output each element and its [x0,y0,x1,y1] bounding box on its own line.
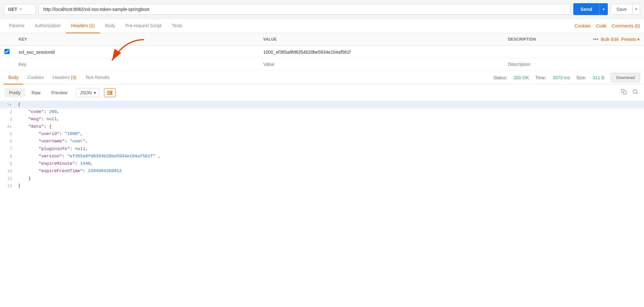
line-content-10: "expireFreshTime": 1584504280912 [15,168,644,175]
view-raw-button[interactable]: Raw [27,88,45,97]
format-selector[interactable]: JSON ▾ [76,88,99,97]
view-preview-button[interactable]: Preview [47,88,72,97]
copy-icon [621,89,627,95]
line-num-6: 6 [0,138,15,145]
line-content-6: "username": "user", [15,138,644,145]
response-tabs-row: Body Cookies Headers (3) Test Results St… [0,71,644,84]
header-checkbox-cell[interactable] [0,46,14,59]
save-button[interactable]: Save [611,4,632,14]
tab-prerequest[interactable]: Pre-request Script [120,19,167,33]
presets-button[interactable]: Presets ▾ [621,37,640,42]
resp-tab-body[interactable]: Body [4,71,23,84]
code-line-12: 12 } [0,182,644,190]
code-line-7: 7 "plugininfo": null, [0,146,644,153]
line-num-8: 8 [0,153,15,160]
search-icon [632,89,638,95]
col-key-header: KEY [14,33,259,46]
headers-count: (1) [89,23,95,28]
line-content-11: } [15,175,644,182]
empty-actions-cell [580,59,644,70]
time-value: 3373 ms [553,75,570,80]
empty-key-input[interactable] [19,62,254,67]
tab-params[interactable]: Params [4,19,29,33]
cookies-link[interactable]: Cookies [575,23,591,28]
resp-tab-headers[interactable]: Headers (3) [48,71,81,84]
resp-headers-count: (3) [71,75,76,80]
comments-link[interactable]: Comments (0) [612,23,640,28]
format-chevron-icon: ▾ [94,90,96,95]
line-num-2: 2 [0,108,15,116]
line-num-11: 11 [0,175,15,182]
code-line-3: 3 "msg": null, [0,116,644,123]
time-label: Time: [535,75,546,80]
empty-checkbox-cell [0,59,14,70]
wrap-icon-button[interactable] [104,88,116,97]
download-button[interactable]: Download [611,73,640,82]
line-num-12: 12 [0,182,15,190]
headers-table-header-row: KEY VALUE DESCRIPTION ••• Bulk Edit Pres… [0,33,644,46]
line-content-2: "code": 200, [15,108,644,116]
header-value-cell: 1000_ef365a8fd6354b20be5934e104af561f [259,46,504,59]
svg-rect-4 [623,91,626,94]
header-row-empty [0,59,644,70]
request-tabs-right: Cookies Code Comments (0) [575,23,640,28]
line-num-9: 9 [0,160,15,168]
tab-headers[interactable]: Headers (1) [66,19,100,33]
more-options-button[interactable]: ••• [593,36,598,42]
header-checkbox[interactable] [4,49,10,54]
code-line-4: 4▾ "data": { [0,123,644,130]
method-chevron-icon: ▾ [20,7,22,12]
line-content-4: "data": { [15,123,644,130]
code-line-8: 8 "version": "ef365a8fd6354b20be5934e104… [0,153,644,160]
tab-tests[interactable]: Tests [167,19,188,33]
method-selector[interactable]: GET ▾ [4,4,36,15]
col-actions-header: ••• Bulk Edit Presets ▾ [580,33,644,46]
empty-value-cell[interactable] [259,59,504,70]
send-button-group: Send ▾ [573,3,608,15]
url-input[interactable] [38,4,571,15]
fold-arrow-4[interactable]: ▾ [9,125,12,129]
code-line-10: 10 "expireFreshTime": 1584504280912 [0,168,644,175]
copy-button[interactable] [620,88,628,98]
bulk-edit-button[interactable]: Bulk Edit [601,37,618,42]
response-body-right-icons [620,88,640,98]
size-label: Size: [576,75,586,80]
line-content-12: } [15,182,644,190]
header-row-filled: xxl_sso_sessionid 1000_ef365a8fd6354b20b… [0,46,644,59]
search-button[interactable] [631,88,640,98]
fold-arrow-1[interactable]: ▾ [9,103,12,107]
send-button[interactable]: Send [573,3,599,15]
method-label: GET [8,7,17,12]
wrap-svg-icon [107,91,113,95]
svg-point-5 [633,90,637,93]
empty-desc-input[interactable] [508,62,576,67]
code-line-11: 11 } [0,175,644,182]
empty-value-input[interactable] [263,62,499,67]
view-pretty-button[interactable]: Pretty [4,88,25,97]
code-line-6: 6 "username": "user", [0,138,644,145]
code-line-1: 1▾ { [0,101,644,108]
tab-authorization[interactable]: Authorization [29,19,66,33]
line-content-8: "version": "ef365a8fd6354b20be5934e104af… [15,153,644,160]
line-num-10: 10 [0,168,15,175]
tab-body[interactable]: Body [100,19,120,33]
line-content-1: { [15,101,644,108]
url-bar: GET ▾ Send ▾ Save ▾ [0,0,644,19]
headers-table: KEY VALUE DESCRIPTION ••• Bulk Edit Pres… [0,33,644,70]
header-value-value: 1000_ef365a8fd6354b20be5934e104af561f [263,50,351,55]
format-label: JSON [80,90,92,95]
resp-tab-test-results[interactable]: Test Results [81,71,114,84]
resp-tab-cookies[interactable]: Cookies [23,71,48,84]
col-checkbox-header [0,33,14,46]
code-link[interactable]: Code [596,23,607,28]
save-dropdown-button[interactable]: ▾ [632,4,640,14]
header-actions-cell [580,46,644,59]
save-button-group: Save ▾ [610,4,640,15]
send-dropdown-button[interactable]: ▾ [599,3,608,15]
line-num-3: 3 [0,116,15,123]
code-line-5: 5 "userid": "1000", [0,130,644,138]
col-value-header: VALUE [259,33,504,46]
headers-section: KEY VALUE DESCRIPTION ••• Bulk Edit Pres… [0,33,644,70]
empty-key-cell[interactable] [14,59,259,70]
empty-desc-cell[interactable] [503,59,580,70]
